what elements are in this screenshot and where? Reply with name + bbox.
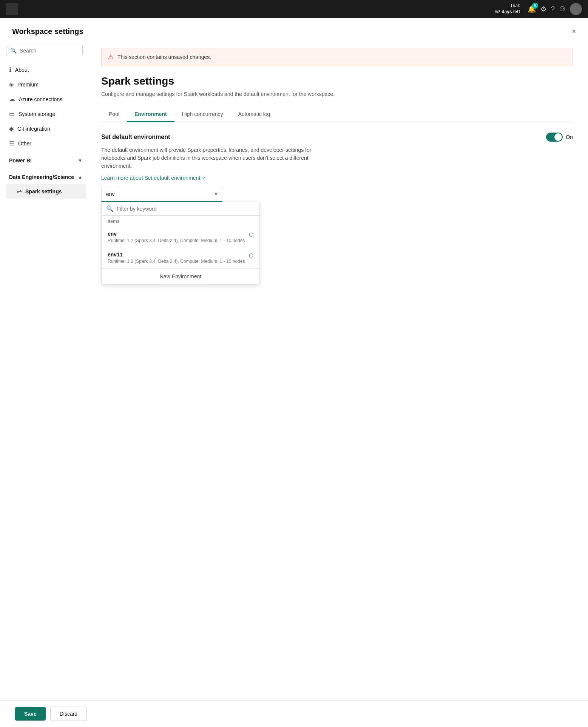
tab-high-concurrency[interactable]: High concurrency — [174, 107, 231, 122]
sidebar-item-label-other: Other — [18, 140, 31, 147]
dropdown-popup: 🔍 Items env Runtime: 1.2 (Spark 3.4, Del… — [101, 202, 260, 284]
notification-bell[interactable]: 🔔 5 — [528, 5, 536, 13]
main-content: ⚠ This section contains unsaved changes.… — [86, 42, 588, 700]
sidebar-item-premium[interactable]: ◈ Premium — [6, 77, 86, 92]
modal-body: 🔍 ℹ About ◈ Premium ☁ Azure connections — [0, 42, 588, 700]
power-bi-chevron-icon: ▾ — [79, 158, 81, 163]
git-integration-icon: ◆ — [9, 125, 14, 132]
sidebar-item-label-about: About — [15, 67, 29, 73]
warning-message: This section contains unsaved changes. — [117, 54, 211, 60]
avatar[interactable] — [570, 3, 582, 15]
sidebar-item-spark-settings[interactable]: ⇌ Spark settings — [6, 184, 86, 199]
search-icon: 🔍 — [10, 48, 17, 54]
dropdown-selected-value: env — [106, 191, 115, 197]
toggle-switch[interactable] — [546, 133, 563, 142]
dropdown-item-name-env: env — [108, 231, 246, 237]
dropdown-item-link-env[interactable]: ⬡ — [249, 232, 253, 238]
learn-more-text: Learn more about Set default environment — [101, 175, 200, 181]
azure-connections-icon: ☁ — [9, 96, 15, 103]
section-title: Set default environment — [101, 134, 170, 140]
toggle-thumb — [554, 133, 562, 141]
power-bi-label: Power BI — [9, 157, 32, 164]
system-storage-icon: ▭ — [9, 110, 15, 117]
dropdown-item-env[interactable]: env Runtime: 1.2 (Spark 3.4, Delta 2.4),… — [102, 227, 259, 248]
dropdown-item-link-env11[interactable]: ⬡ — [249, 252, 253, 258]
help-icon[interactable]: ? — [551, 5, 555, 13]
dropdown-search[interactable]: 🔍 — [102, 202, 259, 216]
sidebar-item-label-azure: Azure connections — [19, 96, 62, 102]
modal-overlay: Workspace settings × 🔍 ℹ About ◈ Prem — [0, 18, 588, 727]
tab-environment[interactable]: Environment — [127, 107, 174, 122]
toggle-label: On — [566, 134, 573, 140]
data-engineering-label: Data Engineering/Science — [9, 174, 74, 180]
sidebar-item-label-premium: Premium — [17, 82, 39, 88]
trial-label: Trial: — [495, 3, 520, 9]
dropdown-selected[interactable]: env ▾ — [101, 187, 222, 202]
dropdown-item-text-env: env Runtime: 1.2 (Spark 3.4, Delta 2.4),… — [108, 231, 246, 244]
sidebar-item-label-spark: Spark settings — [25, 188, 62, 194]
sidebar-item-git-integration[interactable]: ◆ Git integration — [6, 121, 86, 136]
dropdown-item-desc-env11: Runtime: 1.2 (Spark 3.4, Delta 2.4), Com… — [108, 258, 246, 265]
dropdown-item-text-env11: env11 Runtime: 1.2 (Spark 3.4, Delta 2.4… — [108, 252, 246, 265]
sidebar-item-other[interactable]: ☰ Other — [6, 136, 86, 151]
dropdown-items-label: Items — [102, 216, 259, 227]
trial-info: Trial: 57 days left — [495, 3, 520, 15]
sidebar-item-system-storage[interactable]: ▭ System storage — [6, 107, 86, 121]
warning-banner: ⚠ This section contains unsaved changes. — [101, 48, 573, 66]
share-icon[interactable]: ⚇ — [559, 5, 565, 13]
close-button[interactable]: × — [572, 28, 576, 36]
dropdown-footer-new-environment[interactable]: New Environment — [102, 269, 259, 284]
brand-logo — [6, 3, 18, 15]
dropdown-item-name-env11: env11 — [108, 252, 246, 258]
page-title: Spark settings — [101, 75, 573, 87]
tab-pool[interactable]: Pool — [101, 107, 127, 122]
section-description: The default environment will provide Spa… — [101, 146, 335, 170]
tab-automatic-log[interactable]: Automatic log — [231, 107, 278, 122]
search-box[interactable]: 🔍 — [6, 45, 83, 56]
dropdown-chevron-icon: ▾ — [215, 191, 217, 197]
data-engineering-section-header[interactable]: Data Engineering/Science ▴ — [6, 170, 86, 184]
save-button[interactable]: Save — [15, 707, 46, 721]
workspace-settings-modal: Workspace settings × 🔍 ℹ About ◈ Prem — [0, 18, 588, 727]
search-input[interactable] — [20, 48, 79, 54]
action-bar: Save Discard — [0, 700, 588, 727]
page-description: Configure and manage settings for Spark … — [101, 90, 343, 98]
warning-icon: ⚠ — [108, 53, 114, 61]
premium-icon: ◈ — [9, 81, 14, 88]
dropdown-item-env11[interactable]: env11 Runtime: 1.2 (Spark 3.4, Delta 2.4… — [102, 248, 259, 269]
notification-badge: 5 — [532, 3, 538, 9]
modal-header: Workspace settings × — [0, 18, 588, 42]
dropdown-item-desc-env: Runtime: 1.2 (Spark 3.4, Delta 2.4), Com… — [108, 238, 246, 244]
modal-title: Workspace settings — [12, 27, 83, 36]
settings-icon[interactable]: ⚙ — [540, 5, 546, 13]
about-icon: ℹ — [9, 66, 11, 73]
dropdown-container: env ▾ 🔍 Items env — [101, 187, 222, 202]
sidebar-item-label-git: Git integration — [17, 126, 50, 132]
trial-days: 57 days left — [495, 9, 520, 15]
other-icon: ☰ — [9, 140, 14, 147]
data-engineering-chevron-icon: ▴ — [79, 174, 81, 180]
data-engineering-section: Data Engineering/Science ▴ ⇌ Spark setti… — [6, 170, 86, 199]
discard-button[interactable]: Discard — [50, 707, 87, 721]
power-bi-section: Power BI ▾ — [6, 154, 86, 167]
sidebar: 🔍 ℹ About ◈ Premium ☁ Azure connections — [0, 42, 86, 700]
toggle-container: On — [546, 133, 573, 142]
external-link-icon: ↗ — [202, 175, 205, 181]
filter-search-icon: 🔍 — [106, 205, 114, 212]
section-header-row: Set default environment On — [101, 133, 573, 142]
sidebar-item-about[interactable]: ℹ About — [6, 62, 86, 77]
learn-more-link[interactable]: Learn more about Set default environment… — [101, 175, 205, 181]
sidebar-item-azure-connections[interactable]: ☁ Azure connections — [6, 92, 86, 107]
tab-bar: Pool Environment High concurrency Automa… — [101, 107, 573, 122]
topbar: Trial: 57 days left 🔔 5 ⚙ ? ⚇ — [0, 0, 588, 18]
dropdown-filter-input[interactable] — [117, 206, 255, 212]
sidebar-item-label-system: System storage — [19, 111, 55, 117]
power-bi-section-header[interactable]: Power BI ▾ — [6, 154, 86, 167]
spark-settings-icon: ⇌ — [17, 188, 22, 195]
